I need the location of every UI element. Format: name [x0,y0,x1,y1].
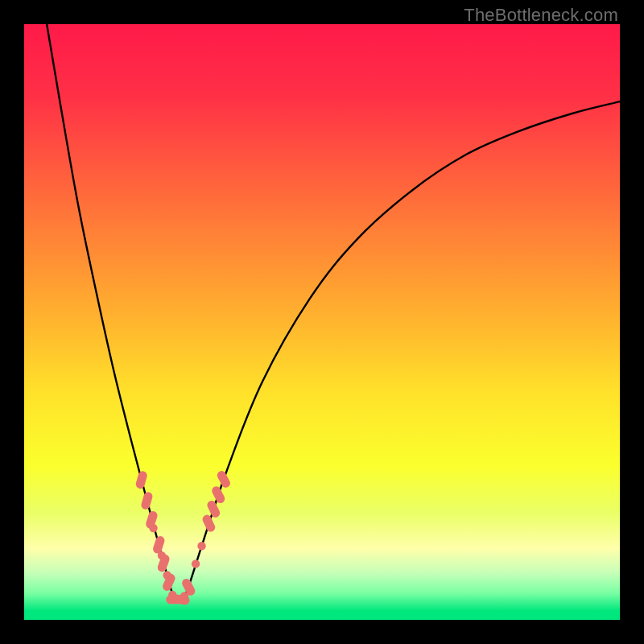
marker-dot [149,524,157,532]
chart-frame: TheBottleneck.com [0,0,644,644]
marker-dot [192,559,200,568]
marker-capsule [140,491,154,510]
watermark-text: TheBottleneck.com [464,5,618,26]
marker-capsule [152,535,166,555]
marker-capsule [216,469,232,489]
marker-dot [197,542,205,550]
bottleneck-curve [47,24,620,603]
curve-markers [134,469,231,605]
plot-area [24,24,620,620]
marker-capsule [134,470,148,489]
curve-layer [24,24,620,620]
